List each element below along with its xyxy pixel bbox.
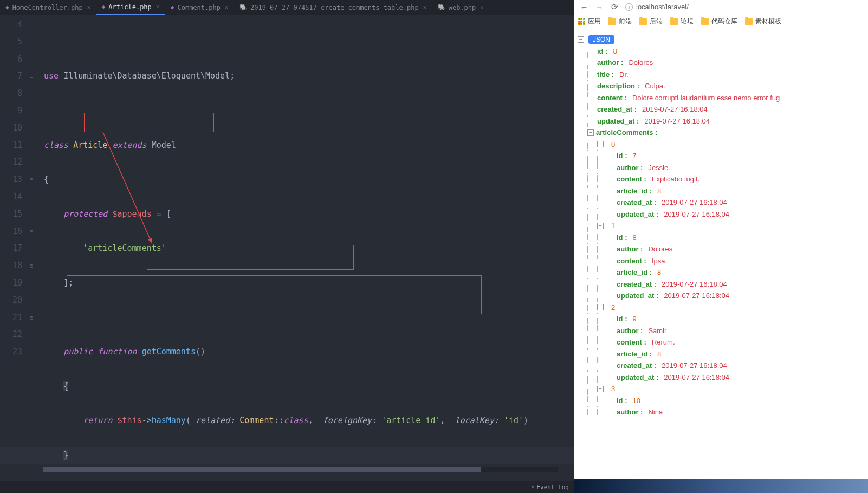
json-value: Rerum. xyxy=(652,338,675,346)
folder-icon xyxy=(608,18,616,25)
tab-comment[interactable]: ◆ Comment.php × xyxy=(165,0,234,15)
windows-taskbar[interactable] xyxy=(574,479,868,493)
json-key: content : xyxy=(617,175,646,183)
close-icon[interactable]: × xyxy=(87,4,90,10)
tree-toggle[interactable]: − xyxy=(578,36,584,43)
json-value: 8 xyxy=(657,187,661,195)
json-value: 2019-07-27 16:18:04 xyxy=(664,210,729,218)
browser-toolbar: ← → ⟳ i localhost/laravel/ xyxy=(574,0,868,14)
bookmark-folder[interactable]: 前端 xyxy=(608,17,632,26)
json-key: updated_at : xyxy=(617,373,658,381)
tree-toggle[interactable]: − xyxy=(587,129,594,136)
json-key: articleComments : xyxy=(596,128,657,137)
folder-icon xyxy=(745,18,753,25)
json-value: 9 xyxy=(633,315,637,323)
tree-toggle[interactable]: − xyxy=(597,141,604,147)
bookmark-folder[interactable]: 论坛 xyxy=(670,17,694,26)
json-value: Dr. xyxy=(619,70,629,79)
json-key: created_at : xyxy=(617,361,656,369)
tab-home-controller[interactable]: ◆ HomeController.php × xyxy=(0,0,96,15)
json-value: Dolore corrupti laudantium esse nemo err… xyxy=(632,94,780,102)
tree-toggle[interactable]: − xyxy=(597,304,604,310)
close-icon[interactable]: × xyxy=(480,4,483,10)
json-value: 2019-07-27 16:18:04 xyxy=(662,280,727,288)
code-area[interactable]: 456 789 101112 131415 161718 192021 2223… xyxy=(0,15,574,482)
json-value: Nina xyxy=(648,408,663,416)
address-bar[interactable]: i localhost/laravel/ xyxy=(622,3,866,11)
bookmarks-bar: 应用 前端 后端 论坛 代码仓库 素材模板 xyxy=(574,14,868,29)
json-value: 8 xyxy=(657,350,661,358)
json-key: title : xyxy=(597,70,614,79)
close-icon[interactable]: × xyxy=(225,4,228,10)
apps-button[interactable]: 应用 xyxy=(578,17,601,26)
status-bar: ⌕ Event Log xyxy=(0,481,574,493)
folder-icon xyxy=(639,18,647,25)
json-key: author : xyxy=(597,59,623,67)
folder-icon xyxy=(701,18,709,25)
json-key: updated_at : xyxy=(597,117,639,125)
json-value: Explicabo fugit. xyxy=(652,175,699,183)
scrollbar-thumb[interactable] xyxy=(43,467,481,472)
event-log-button[interactable]: ⌕ Event Log xyxy=(531,484,569,491)
php-icon: ◆ xyxy=(102,3,106,10)
json-value: Jessie xyxy=(648,164,668,172)
php-icon: ◆ xyxy=(171,4,174,11)
json-key: article_id : xyxy=(617,350,652,358)
json-value: 2019-07-27 16:18:04 xyxy=(664,291,729,300)
tab-label: 2019_07_27_074517_create_comments_table.… xyxy=(250,4,419,11)
json-key: created_at : xyxy=(617,198,656,206)
json-key: content : xyxy=(597,94,627,102)
back-icon[interactable]: ← xyxy=(576,2,592,11)
code-content[interactable]: use Illuminate\Database\Eloquent\Model; … xyxy=(41,15,574,482)
line-gutter: 456 789 101112 131415 161718 192021 2223 xyxy=(0,15,30,482)
bookmark-folder[interactable]: 素材模板 xyxy=(745,17,781,26)
php-icon: ◆ xyxy=(5,4,9,11)
folder-icon xyxy=(670,18,678,25)
json-value: Dolores xyxy=(648,245,672,253)
json-value: 2019-07-27 16:18:04 xyxy=(664,373,729,381)
info-icon[interactable]: i xyxy=(625,3,633,11)
json-badge: JSON xyxy=(588,35,614,44)
horizontal-scrollbar[interactable] xyxy=(43,467,558,472)
json-value: Samir xyxy=(648,327,666,335)
json-key: article_id : xyxy=(617,268,652,276)
json-value: 8 xyxy=(657,268,661,276)
json-value: 2019-07-27 16:18:04 xyxy=(644,117,710,125)
json-key: id : xyxy=(617,233,627,242)
fold-gutter: ⊟ ⊟ ⊟⊟ ⊟ xyxy=(30,15,41,482)
tab-label: Article.php xyxy=(108,3,151,11)
json-value: 2019-07-27 16:18:04 xyxy=(662,361,727,369)
tree-toggle[interactable]: − xyxy=(597,223,604,229)
tab-migration[interactable]: 🐘 2019_07_27_074517_create_comments_tabl… xyxy=(234,0,432,15)
json-value: 10 xyxy=(633,397,640,405)
json-value: 0 xyxy=(611,140,615,148)
bookmark-folder[interactable]: 代码仓库 xyxy=(701,17,737,26)
bookmark-folder[interactable]: 后端 xyxy=(639,17,663,26)
apps-icon xyxy=(578,18,585,25)
close-icon[interactable]: × xyxy=(423,4,426,10)
json-key: article_id : xyxy=(617,187,652,195)
json-key: updated_at : xyxy=(617,291,658,300)
json-value: 1 xyxy=(611,222,615,230)
json-viewer[interactable]: −JSONid :8author :Dolorestitle :Dr.descr… xyxy=(574,29,868,493)
tree-toggle[interactable]: − xyxy=(597,386,604,392)
json-key: description : xyxy=(597,82,639,90)
json-key: updated_at : xyxy=(617,210,658,218)
forward-icon[interactable]: → xyxy=(592,2,607,11)
json-key: content : xyxy=(617,257,646,265)
close-icon[interactable]: × xyxy=(156,4,159,10)
laravel-icon: 🐘 xyxy=(438,4,445,11)
editor-pane: ◆ HomeController.php × ◆ Article.php × ◆… xyxy=(0,0,574,493)
json-value: Dolores xyxy=(629,59,653,67)
tab-label: web.php xyxy=(449,4,476,11)
json-value: 3 xyxy=(611,385,615,393)
json-key: id : xyxy=(617,152,627,160)
laravel-icon: 🐘 xyxy=(239,4,247,11)
tab-web[interactable]: 🐘 web.php × xyxy=(432,0,490,15)
tab-article[interactable]: ◆ Article.php × xyxy=(96,0,165,15)
json-value: 8 xyxy=(613,47,617,55)
url-text: localhost/laravel/ xyxy=(636,3,689,11)
json-value: 2 xyxy=(611,303,615,312)
reload-icon[interactable]: ⟳ xyxy=(607,2,622,12)
json-value: Culpa. xyxy=(645,82,665,90)
